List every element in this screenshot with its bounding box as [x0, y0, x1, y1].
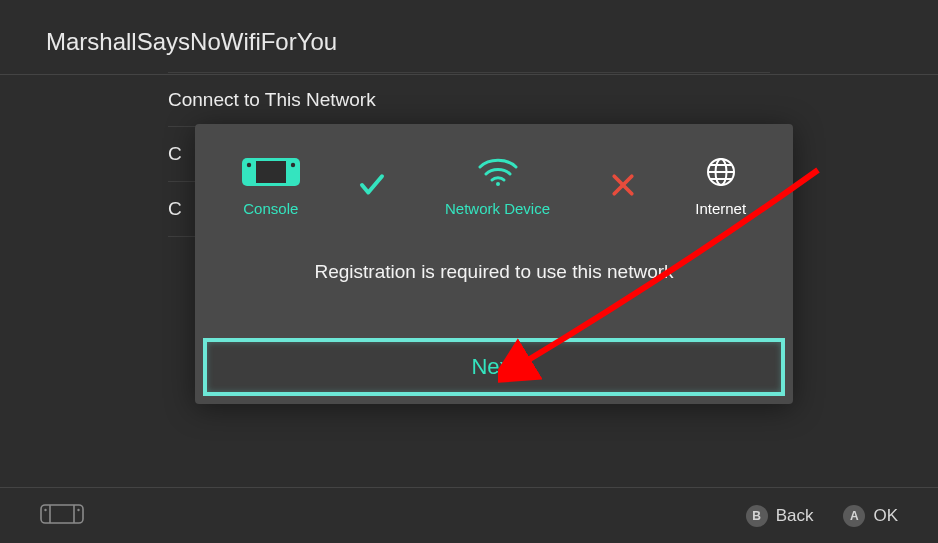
x-icon	[608, 170, 638, 204]
console-icon	[242, 156, 300, 188]
svg-rect-1	[256, 161, 286, 183]
status-row: Console Network Device	[195, 124, 793, 217]
status-network: Network Device	[445, 156, 550, 217]
svg-point-14	[44, 508, 46, 510]
ok-button[interactable]: A OK	[843, 505, 898, 527]
console-label: Console	[243, 200, 298, 217]
next-button[interactable]: Next	[203, 338, 785, 396]
checkmark-icon	[357, 170, 387, 204]
dialog-message: Registration is required to use this net…	[195, 261, 793, 283]
wifi-icon	[477, 156, 519, 188]
globe-icon	[705, 156, 737, 188]
network-label: Network Device	[445, 200, 550, 217]
header: MarshallSaysNoWifiForYou	[0, 0, 938, 75]
footer: B Back A OK	[0, 487, 938, 543]
svg-point-15	[77, 508, 79, 510]
internet-label: Internet	[695, 200, 746, 217]
console-outline-icon	[40, 504, 84, 528]
page-title: MarshallSaysNoWifiForYou	[46, 28, 898, 56]
b-button-icon: B	[746, 505, 768, 527]
list-item[interactable]: Connect to This Network	[168, 72, 770, 127]
back-button[interactable]: B Back	[746, 505, 814, 527]
ok-label: OK	[873, 506, 898, 526]
a-button-icon: A	[843, 505, 865, 527]
next-button-label: Next	[471, 354, 516, 380]
svg-point-4	[496, 182, 500, 186]
footer-controls: B Back A OK	[746, 505, 898, 527]
status-internet: Internet	[695, 156, 746, 217]
status-console: Console	[242, 156, 300, 217]
back-label: Back	[776, 506, 814, 526]
svg-point-3	[291, 163, 295, 167]
svg-rect-11	[41, 505, 83, 523]
svg-point-2	[247, 163, 251, 167]
connection-status-dialog: Console Network Device	[195, 124, 793, 404]
